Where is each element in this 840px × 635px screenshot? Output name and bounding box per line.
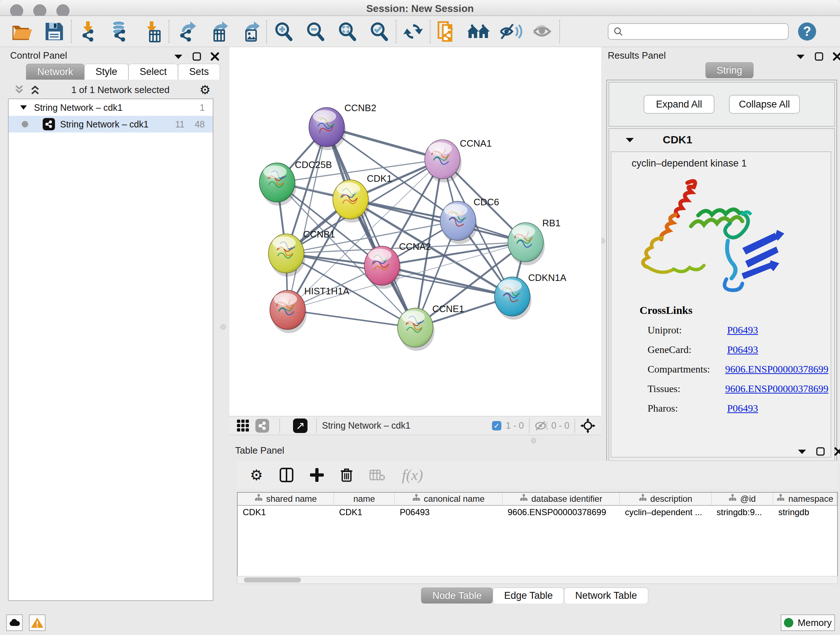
import-network-file-button[interactable] bbox=[73, 19, 104, 44]
zoom-selected-button[interactable] bbox=[363, 19, 395, 44]
birds-eye-grid-icon[interactable] bbox=[237, 419, 249, 432]
cell-canonical-name[interactable]: P06493 bbox=[395, 506, 502, 519]
crosslink-link[interactable]: 9606.ENSP00000378699 bbox=[725, 383, 829, 394]
title-bar: Session: New Session bbox=[0, 0, 840, 16]
collapse-all-icon[interactable] bbox=[13, 84, 25, 95]
fit-content-crosshair-icon[interactable] bbox=[580, 418, 595, 433]
cell-shared-name[interactable]: CDK1 bbox=[238, 506, 334, 519]
open-session-button[interactable] bbox=[6, 19, 38, 44]
cloud-status-button[interactable] bbox=[6, 614, 23, 631]
network-tree-root-row[interactable]: String Network – cdk1 1 bbox=[9, 99, 213, 116]
node-HIST1H1A[interactable]: HIST1H1A bbox=[270, 286, 349, 333]
node-CDK1[interactable]: CDK1 bbox=[333, 173, 392, 223]
node-label-CCNE1: CCNE1 bbox=[432, 303, 464, 314]
cell-database-identifier[interactable]: 9606.ENSP00000378699 bbox=[502, 506, 620, 519]
zoom-out-button[interactable] bbox=[300, 19, 332, 44]
tab-network-table[interactable]: Network Table bbox=[564, 587, 648, 603]
crosslink-link[interactable]: P06493 bbox=[727, 402, 758, 414]
node-CCNB1[interactable]: CCNB1 bbox=[268, 229, 335, 277]
edge-CCNB2-HIST1H1A[interactable] bbox=[287, 127, 327, 310]
panel-menu-icon[interactable] bbox=[796, 54, 805, 59]
warning-status-button[interactable] bbox=[29, 614, 46, 631]
hide-unhide-button[interactable] bbox=[495, 19, 527, 44]
column-header-description[interactable]: description bbox=[620, 493, 711, 505]
table-horizontal-scrollbar[interactable] bbox=[237, 576, 838, 584]
panel-menu-icon[interactable] bbox=[174, 54, 183, 59]
node-label-RB1: RB1 bbox=[542, 218, 561, 228]
zoom-in-button[interactable] bbox=[268, 19, 300, 44]
table-options-gear-icon[interactable]: ⚙ bbox=[250, 467, 263, 483]
column-header-shared-name[interactable]: shared name bbox=[238, 493, 334, 505]
column-header-canonical-name[interactable]: canonical name bbox=[395, 493, 502, 505]
expand-all-button[interactable]: Expand All bbox=[644, 95, 714, 114]
node-CDC25B[interactable]: CDC25B bbox=[259, 159, 332, 206]
node-CCNE1[interactable]: CCNE1 bbox=[398, 303, 464, 351]
float-panel-icon[interactable] bbox=[816, 447, 825, 456]
float-panel-icon[interactable] bbox=[193, 52, 201, 61]
network-tree-child-row[interactable]: String Network – cdk1 11 48 bbox=[9, 116, 213, 133]
table-panel: Table Panel ⚙ f(x) shared namenamecanoni… bbox=[229, 443, 840, 603]
cell-name[interactable]: CDK1 bbox=[334, 506, 395, 519]
crosslink-link[interactable]: 9606.ENSP00000378699 bbox=[725, 363, 829, 375]
delete-column-trash-icon[interactable] bbox=[340, 468, 353, 482]
tab-node-table[interactable]: Node Table bbox=[421, 587, 493, 603]
table-row[interactable]: CDK1CDK1P064939606.ENSP00000378699cyclin… bbox=[238, 506, 837, 519]
collapse-all-button[interactable]: Collapse All bbox=[729, 95, 800, 114]
network-options-gear-icon[interactable]: ⚙ bbox=[200, 82, 210, 97]
cell-namespace[interactable]: stringdb bbox=[773, 506, 837, 519]
zoom-fit-button[interactable] bbox=[332, 19, 363, 44]
edge-HIST1H1A-CCNE1[interactable] bbox=[287, 310, 415, 328]
create-column-plus-icon[interactable] bbox=[310, 468, 324, 482]
expand-all-icon[interactable] bbox=[29, 84, 41, 95]
search-input[interactable] bbox=[624, 27, 783, 36]
node-CDC6[interactable]: CDC6 bbox=[440, 196, 499, 244]
crosslink-link[interactable]: P06493 bbox=[727, 325, 758, 336]
node-RB1[interactable]: RB1 bbox=[508, 218, 561, 265]
save-session-button[interactable] bbox=[38, 19, 70, 44]
edge-CCNB2-CCNE1[interactable] bbox=[327, 127, 415, 328]
tab-style[interactable]: Style bbox=[84, 64, 128, 80]
node-CDKN1A[interactable]: CDKN1A bbox=[494, 272, 567, 320]
float-panel-icon[interactable] bbox=[815, 52, 823, 61]
tab-sets[interactable]: Sets bbox=[178, 64, 220, 80]
column-header-name[interactable]: name bbox=[334, 493, 395, 505]
close-panel-icon[interactable] bbox=[210, 52, 219, 61]
home-layout-button[interactable] bbox=[463, 19, 495, 44]
scrollbar-thumb[interactable] bbox=[244, 578, 301, 583]
search-box[interactable] bbox=[608, 23, 789, 40]
left-splitter-handle[interactable] bbox=[221, 325, 226, 329]
close-panel-icon[interactable] bbox=[834, 447, 840, 456]
node-table[interactable]: shared namenamecanonical namedatabase id… bbox=[237, 492, 838, 576]
clone-network-button[interactable] bbox=[431, 19, 463, 44]
tab-network[interactable]: Network bbox=[26, 64, 84, 80]
export-image-button[interactable] bbox=[234, 19, 265, 44]
crosslink-link[interactable]: P06493 bbox=[727, 344, 758, 356]
cell-description[interactable]: cyclin–dependent ... bbox=[620, 506, 711, 519]
selected-checkbox-icon[interactable]: ✓ bbox=[492, 421, 501, 431]
column-header--id[interactable]: @id bbox=[712, 493, 774, 505]
tab-select[interactable]: Select bbox=[128, 64, 178, 80]
help-button[interactable]: ? bbox=[798, 22, 816, 41]
export-network-button[interactable] bbox=[170, 19, 202, 44]
cell--id[interactable]: stringdb:9... bbox=[712, 506, 774, 519]
panel-menu-icon[interactable] bbox=[797, 448, 807, 454]
import-table-button[interactable] bbox=[136, 19, 168, 44]
bottom-splitter-handle[interactable] bbox=[531, 438, 536, 443]
network-canvas[interactable]: CCNB2CCNA1CDC25BCDK1CDC6RB1CCNB1CCNA2CDK… bbox=[229, 47, 601, 416]
tree-collapse-icon[interactable] bbox=[19, 105, 27, 111]
show-columns-icon[interactable] bbox=[279, 468, 294, 482]
column-header-database-identifier[interactable]: database identifier bbox=[502, 493, 620, 505]
tab-string[interactable]: String bbox=[706, 62, 753, 78]
result-entry-header[interactable]: CDK1 bbox=[609, 129, 834, 150]
node-CCNB2[interactable]: CCNB2 bbox=[309, 103, 376, 150]
close-panel-icon[interactable] bbox=[833, 52, 840, 61]
export-table-button[interactable] bbox=[202, 19, 234, 44]
tab-edge-table[interactable]: Edge Table bbox=[493, 587, 564, 603]
column-header-namespace[interactable]: namespace bbox=[773, 493, 837, 505]
open-in-window-icon[interactable]: ↗ bbox=[293, 418, 308, 433]
import-network-database-button[interactable] bbox=[104, 19, 136, 44]
memory-button[interactable]: Memory bbox=[781, 614, 835, 631]
show-graphics-button[interactable] bbox=[527, 19, 559, 44]
entry-collapse-icon[interactable] bbox=[625, 137, 635, 143]
refresh-view-button[interactable] bbox=[397, 19, 429, 44]
